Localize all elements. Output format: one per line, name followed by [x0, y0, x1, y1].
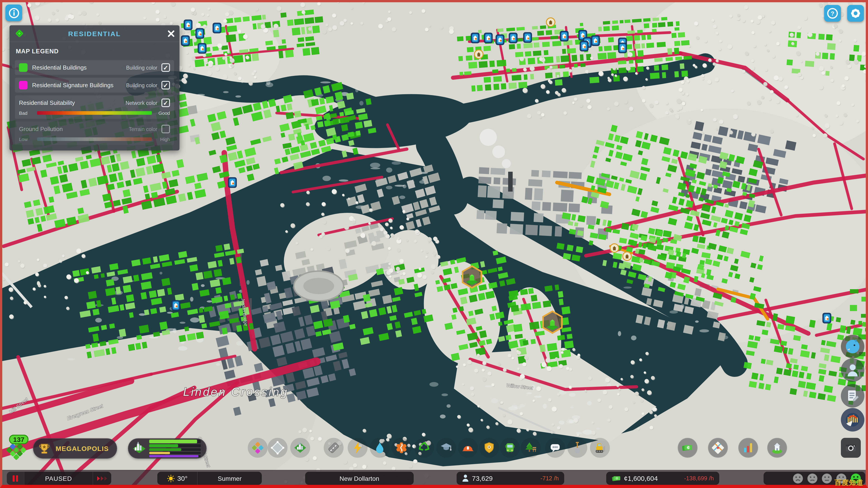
districts-button[interactable] — [268, 438, 287, 458]
high-rent-badge — [524, 33, 532, 42]
high-rent-badge — [471, 33, 479, 43]
police-icon — [483, 441, 496, 455]
gold-badge — [610, 244, 619, 252]
parks-recreation-button[interactable] — [521, 438, 541, 458]
checkbox-checked[interactable]: ✓ — [161, 98, 170, 107]
city-statistics-button[interactable] — [841, 408, 864, 431]
terraforming-button[interactable] — [567, 438, 587, 458]
scale-max-label: Good — [155, 110, 170, 116]
transportation-icon — [503, 441, 517, 455]
signature-marker — [543, 311, 562, 333]
scale-min-label: Low — [19, 136, 34, 142]
info-icon — [8, 7, 20, 19]
status-bar: PAUSED 30° Summer — [0, 470, 868, 486]
checkbox-checked[interactable]: ✓ — [161, 63, 170, 72]
communications-icon — [548, 441, 562, 455]
legend-row-label: Residential Suitability — [19, 99, 125, 106]
progression-button[interactable] — [767, 438, 787, 458]
xp-bar — [149, 448, 201, 451]
electricity-icon — [351, 441, 364, 455]
map-tiles-icon — [711, 441, 725, 455]
residential-gem-icon — [15, 29, 24, 38]
sun-icon — [167, 474, 175, 482]
high-rent-badge — [591, 36, 599, 46]
money-pill[interactable]: ¢1,600,604 -138,699 /h — [606, 472, 719, 485]
temperature: 30° — [157, 472, 197, 485]
xp-progress-pill[interactable] — [128, 438, 207, 459]
scale-max-label: High — [155, 136, 170, 142]
population-pill[interactable]: 73,629 -712 /h — [457, 472, 564, 485]
season: Summer — [197, 472, 262, 485]
water-sewage-button[interactable] — [370, 438, 390, 458]
garbage-icon — [417, 441, 431, 455]
svg-text:?: ? — [831, 10, 834, 17]
statistics-button[interactable] — [738, 438, 758, 458]
legend-row-suitability: Residential Suitability Network color ✓ … — [15, 95, 174, 119]
legend-row-mode: Terrain color — [129, 126, 157, 132]
game-viewport[interactable]: Linden Crossing Evergreen Street Mill St… — [0, 0, 868, 488]
chirper-bird-icon — [844, 337, 862, 356]
police-button[interactable] — [479, 438, 499, 458]
close-icon[interactable] — [166, 29, 176, 38]
magenta-swatch — [19, 81, 28, 90]
high-rent-badge — [509, 33, 517, 43]
fire-rescue-button[interactable] — [458, 438, 478, 458]
gear-icon — [849, 7, 862, 20]
city-name-pill[interactable]: New Dollarton — [305, 472, 414, 485]
sim-state: PAUSED — [24, 472, 93, 485]
speed-arrows-icon — [97, 476, 107, 481]
legend-row-label: Ground Pollution — [19, 126, 129, 132]
photo-mode-button[interactable] — [841, 438, 861, 458]
trophy-icon — [37, 441, 52, 456]
communications-button[interactable] — [545, 438, 565, 458]
pause-button[interactable] — [7, 472, 24, 485]
high-rent-badge — [560, 31, 568, 41]
high-rent-badge — [823, 313, 831, 323]
city-title: MEGALOPOLIS — [56, 445, 109, 452]
transportation-button[interactable] — [500, 438, 520, 458]
legend-row-label: Residential Buildings — [32, 64, 126, 71]
money-rate: -138,699 /h — [684, 475, 714, 482]
city-icon — [131, 440, 147, 457]
checkbox-checked[interactable]: ✓ — [161, 81, 170, 90]
chirper-button[interactable] — [841, 335, 864, 358]
milestone-pill[interactable]: MEGALOPOLIS — [33, 438, 117, 459]
citizens-button[interactable] — [841, 358, 864, 382]
high-rent-badge — [172, 300, 180, 311]
healthcare-button[interactable] — [392, 438, 411, 458]
economy-icon: ¢ — [681, 441, 694, 455]
city-name-label: Linden Crossing — [183, 385, 288, 398]
bulldozer-icon — [593, 441, 607, 455]
terraforming-icon — [570, 441, 584, 455]
gold-badge — [474, 50, 483, 59]
high-rent-badge — [580, 41, 588, 51]
legend-row-mode: Network color — [125, 100, 157, 105]
electricity-button[interactable] — [348, 438, 368, 458]
milestone-level[interactable]: 137 — [5, 435, 29, 460]
high-rent-badge — [228, 177, 237, 188]
parks-recreation-icon — [524, 441, 537, 455]
xp-bars — [149, 440, 201, 457]
education-icon — [439, 441, 453, 455]
garbage-button[interactable] — [414, 438, 434, 458]
roads-button[interactable] — [324, 438, 344, 458]
help-button[interactable]: ? — [824, 5, 841, 22]
journal-button[interactable] — [841, 384, 864, 408]
gold-badge — [623, 252, 631, 260]
map-tiles-button[interactable] — [708, 438, 728, 458]
roads-icon — [327, 441, 340, 455]
speed-button[interactable] — [93, 472, 111, 485]
settings-button[interactable] — [847, 5, 864, 22]
bulldozer-button[interactable] — [590, 438, 610, 458]
economy-button[interactable]: ¢ — [678, 438, 698, 458]
education-button[interactable] — [436, 438, 456, 458]
high-rent-badge — [184, 20, 192, 30]
face-neutral-icon — [821, 473, 833, 484]
green-swatch — [19, 63, 28, 72]
weather-pill: 30° Summer — [157, 472, 262, 485]
landmarks-button[interactable] — [290, 438, 310, 458]
info-button[interactable] — [5, 4, 22, 21]
checkbox-unchecked[interactable]: ✓ — [161, 125, 170, 133]
zones-button[interactable] — [248, 438, 268, 458]
high-rent-badge — [213, 23, 221, 33]
